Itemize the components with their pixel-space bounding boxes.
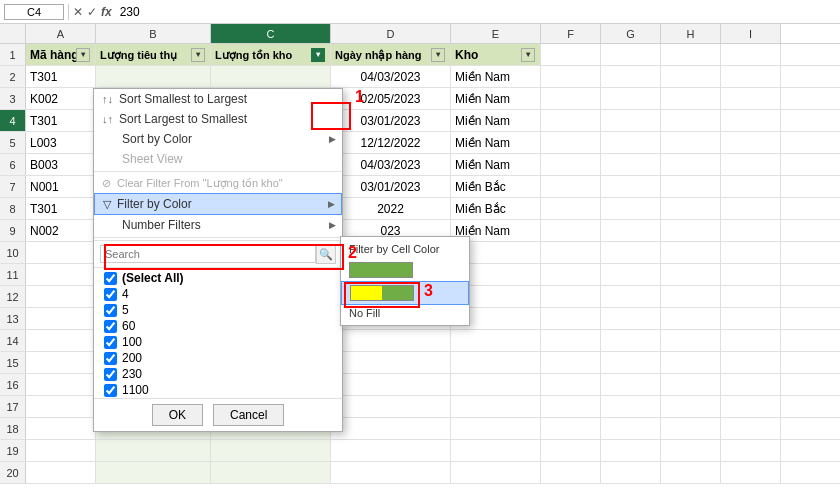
checkbox-100[interactable] [104, 336, 117, 349]
cell-e6[interactable]: Miền Nam [451, 154, 541, 175]
menu-filter-color-label: Filter by Color [117, 197, 192, 211]
cell-a6[interactable]: B003 [26, 154, 96, 175]
cell-a5[interactable]: L003 [26, 132, 96, 153]
search-icon-btn[interactable]: 🔍 [316, 244, 336, 264]
col-header-b[interactable]: B [96, 24, 211, 43]
cell-f6 [541, 154, 601, 175]
col-header-g[interactable]: G [601, 24, 661, 43]
col-header-e[interactable]: E [451, 24, 541, 43]
cell-a4[interactable]: T301 [26, 110, 96, 131]
cell-i8 [721, 198, 781, 219]
cell-b1: Lượng tiêu thụ ▾ [96, 44, 211, 65]
cell-d4[interactable]: 03/01/2023 [331, 110, 451, 131]
checkbox-200[interactable] [104, 352, 117, 365]
filter-btn-e[interactable]: ▾ [521, 48, 535, 62]
cell-e2[interactable]: Miền Nam [451, 66, 541, 87]
checkbox-item-200[interactable]: 200 [94, 350, 342, 366]
clear-filter-icon: ⊘ [102, 177, 111, 190]
cell-g2 [601, 66, 661, 87]
filter-btn-b[interactable]: ▾ [191, 48, 205, 62]
checkbox-item-230[interactable]: 230 [94, 366, 342, 382]
menu-item-sort-desc[interactable]: ↓↑ Sort Largest to Smallest [94, 109, 342, 129]
cell-a7[interactable]: N001 [26, 176, 96, 197]
cell-e1: Kho ▾ [451, 44, 541, 65]
color-swatch-row-yellow-green[interactable] [341, 281, 469, 305]
cell-e4[interactable]: Miền Nam [451, 110, 541, 131]
color-swatch-green [349, 262, 413, 278]
filter-btn-c[interactable]: ▾ [311, 48, 325, 62]
table-row-20: 20 [0, 462, 840, 484]
col-header-f[interactable]: F [541, 24, 601, 43]
menu-item-sort-asc[interactable]: ↑↓ Sort Smallest to Largest [94, 89, 342, 109]
checkbox-4[interactable] [104, 288, 117, 301]
cell-g6 [601, 154, 661, 175]
cell-d6[interactable]: 04/03/2023 [331, 154, 451, 175]
menu-item-number-filters[interactable]: Number Filters [94, 215, 342, 235]
cell-f5 [541, 132, 601, 153]
color-swatch-row-green[interactable] [341, 259, 469, 281]
menu-item-filter-color[interactable]: ▽ Filter by Color [94, 193, 342, 215]
cell-d5[interactable]: 12/12/2022 [331, 132, 451, 153]
cell-a3[interactable]: K002 [26, 88, 96, 109]
cell-e5[interactable]: Miền Nam [451, 132, 541, 153]
cell-g1 [601, 44, 661, 65]
menu-sort-desc-label: Sort Largest to Smallest [119, 112, 247, 126]
checkbox-item-select-all[interactable]: (Select All) [94, 270, 342, 286]
col-header-d[interactable]: D [331, 24, 451, 43]
cell-a2[interactable]: T301 [26, 66, 96, 87]
row-num-12: 12 [0, 286, 26, 307]
table-row-19: 19 [0, 440, 840, 462]
checkbox-item-5[interactable]: 5 [94, 302, 342, 318]
menu-item-sheet-view: Sheet View [94, 149, 342, 169]
ok-button[interactable]: OK [152, 404, 203, 426]
col-header-c[interactable]: C [211, 24, 331, 43]
cell-d7[interactable]: 03/01/2023 [331, 176, 451, 197]
checkbox-item-60[interactable]: 60 [94, 318, 342, 334]
checkbox-select-all[interactable] [104, 272, 117, 285]
cell-d8[interactable]: 2022 [331, 198, 451, 219]
cell-g4 [601, 110, 661, 131]
filter-btn-d[interactable]: ▾ [431, 48, 445, 62]
cancel-button[interactable]: Cancel [213, 404, 284, 426]
cell-a9[interactable]: N002 [26, 220, 96, 241]
search-row: 🔍 [94, 240, 342, 268]
col-header-i[interactable]: I [721, 24, 781, 43]
filter-btn-a[interactable]: ▾ [76, 48, 90, 62]
checkbox-select-all-label: (Select All) [122, 271, 184, 285]
search-input[interactable] [100, 245, 316, 263]
cell-c2[interactable] [211, 66, 331, 87]
cell-a8[interactable]: T301 [26, 198, 96, 219]
checkbox-230[interactable] [104, 368, 117, 381]
cancel-icon[interactable]: ✕ [73, 5, 83, 19]
header-b-text: Lượng tiêu thụ [100, 44, 191, 65]
menu-clear-filter-label: Clear Filter From "Lượng tồn kho" [117, 177, 283, 190]
formula-input[interactable]: 230 [116, 4, 836, 20]
checkbox-1100[interactable] [104, 384, 117, 397]
color-swatch-yellow-green [350, 285, 414, 301]
cell-d2[interactable]: 04/03/2023 [331, 66, 451, 87]
cell-e3[interactable]: Miền Nam [451, 88, 541, 109]
checkbox-item-100[interactable]: 100 [94, 334, 342, 350]
cell-h9 [661, 220, 721, 241]
cell-e8[interactable]: Miền Bắc [451, 198, 541, 219]
cell-e7[interactable]: Miền Bắc [451, 176, 541, 197]
checkbox-5[interactable] [104, 304, 117, 317]
col-header-h[interactable]: H [661, 24, 721, 43]
checkbox-item-4[interactable]: 4 [94, 286, 342, 302]
name-box[interactable]: C4 [4, 4, 64, 20]
menu-sheet-view-label: Sheet View [122, 152, 183, 166]
cell-d3[interactable]: 02/05/2023 [331, 88, 451, 109]
checkbox-200-label: 200 [122, 351, 142, 365]
cell-a1: Mã hàng ▾ [26, 44, 96, 65]
checkbox-60[interactable] [104, 320, 117, 333]
table-row-2: 2 T301 04/03/2023 Miền Nam [0, 66, 840, 88]
menu-item-sort-color[interactable]: Sort by Color [94, 129, 342, 149]
checkbox-item-1100[interactable]: 1100 [94, 382, 342, 398]
cell-b2[interactable] [96, 66, 211, 87]
fx-icon[interactable]: fx [101, 5, 112, 19]
confirm-icon[interactable]: ✓ [87, 5, 97, 19]
cell-f8 [541, 198, 601, 219]
sort-asc-icon: ↑↓ [102, 93, 113, 105]
no-fill-text[interactable]: No Fill [341, 305, 469, 321]
col-header-a[interactable]: A [26, 24, 96, 43]
